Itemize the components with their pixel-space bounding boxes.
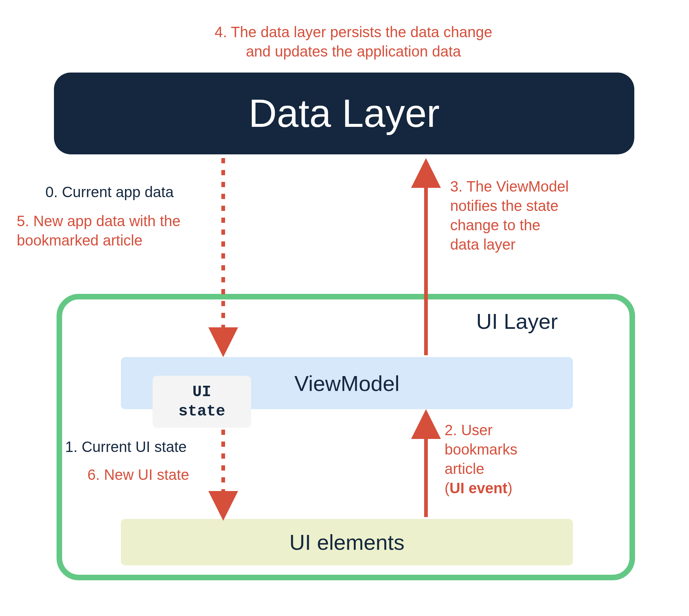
step-2-annotation: 2. User bookmarks article (UI event) bbox=[445, 420, 517, 498]
step-3-line-1: 3. The ViewModel bbox=[450, 178, 569, 195]
data-layer-label: Data Layer bbox=[249, 91, 440, 136]
viewmodel-label: ViewModel bbox=[294, 371, 400, 396]
step-3-annotation: 3. The ViewModel notifies the state chan… bbox=[450, 177, 569, 254]
step-4-line-2: and updates the application data bbox=[246, 43, 461, 60]
step-0-annotation: 0. Current app data bbox=[45, 182, 174, 202]
step-3-line-2: notifies the state bbox=[450, 198, 558, 214]
step-3-line-4: data layer bbox=[450, 236, 516, 253]
step-6-annotation: 6. New UI state bbox=[87, 465, 189, 484]
step-3-line-3: change to the bbox=[450, 217, 540, 233]
ui-elements-label: UI elements bbox=[289, 530, 404, 555]
data-layer-box: Data Layer bbox=[54, 73, 634, 154]
step-4-annotation: 4. The data layer persists the data chan… bbox=[164, 22, 543, 61]
ui-layer-label: UI Layer bbox=[476, 309, 558, 334]
ui-elements-box: UI elements bbox=[121, 519, 573, 565]
step-2-line-4: (UI event) bbox=[445, 480, 512, 496]
step-2-line-1: 2. User bbox=[445, 422, 493, 438]
step-2-line-3: article bbox=[445, 461, 484, 477]
step-5-annotation: 5. New app data with the bookmarked arti… bbox=[17, 211, 180, 250]
step-5-line-2: bookmarked article bbox=[17, 232, 142, 248]
step-2-line-2: bookmarks bbox=[445, 441, 517, 458]
step-5-line-1: 5. New app data with the bbox=[17, 213, 180, 229]
step-4-line-1: 4. The data layer persists the data chan… bbox=[215, 24, 492, 40]
step-1-annotation: 1. Current UI state bbox=[65, 437, 187, 456]
ui-state-box: UI state bbox=[153, 376, 251, 428]
